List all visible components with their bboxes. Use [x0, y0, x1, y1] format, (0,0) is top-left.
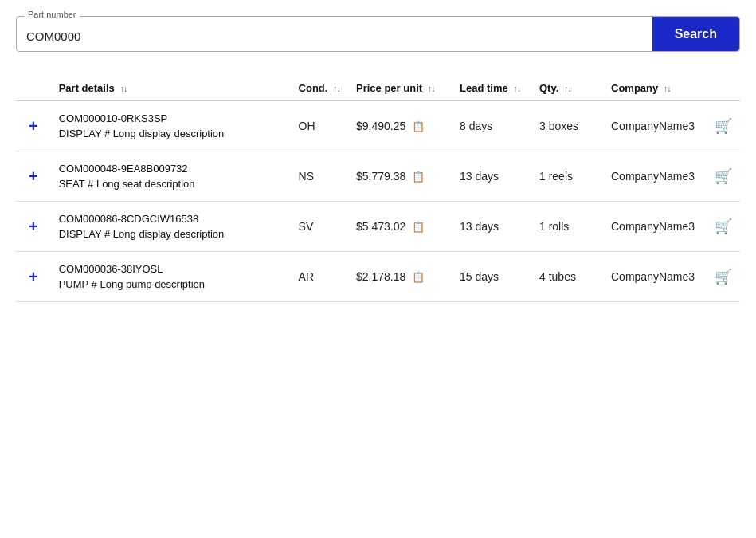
company-name: CompanyName3: [611, 270, 695, 283]
add-cell: +: [16, 101, 51, 151]
cart-button[interactable]: 🛒: [715, 268, 732, 285]
sort-icon-part-details: ↑↓: [119, 84, 127, 93]
sort-icon-price: ↑↓: [428, 84, 435, 93]
lead-time-cell: 13 days: [452, 202, 531, 252]
lead-time-cell: 13 days: [452, 151, 531, 202]
part-description: DISPLAY # Long display description: [59, 128, 283, 139]
condition-cell: SV: [291, 202, 348, 252]
price-value: $5,473.02: [356, 220, 405, 233]
lead-time-value: 8 days: [460, 120, 492, 132]
sort-icon-company: ↑↓: [664, 84, 671, 93]
clipboard-icon[interactable]: 📋: [412, 221, 425, 233]
table-row: + COM000086-8CDGCIW16538 DISPLAY # Long …: [16, 202, 740, 252]
add-button[interactable]: +: [24, 218, 43, 236]
condition-value: AR: [299, 270, 314, 283]
company-cell: CompanyName3: [603, 202, 707, 252]
condition-cell: OH: [291, 101, 348, 151]
col-header-add: [16, 76, 51, 101]
table-row: + COM000048-9EA8B009732 SEAT # Long seat…: [16, 151, 740, 202]
part-description: DISPLAY # Long display description: [59, 228, 283, 240]
part-number: COM000086-8CDGCIW16538: [59, 213, 283, 225]
part-description: SEAT # Long seat description: [59, 178, 283, 190]
sort-icon-condition: ↑↓: [333, 84, 340, 93]
price-cell: $9,490.25 📋: [348, 101, 452, 151]
price-value: $2,178.18: [356, 270, 405, 283]
part-description: PUMP # Long pump description: [59, 278, 283, 290]
part-number: COM000048-9EA8B009732: [59, 163, 283, 175]
condition-value: OH: [299, 120, 315, 132]
add-button[interactable]: +: [24, 167, 43, 186]
cart-cell: 🛒: [707, 101, 740, 151]
search-button[interactable]: Search: [652, 17, 739, 51]
condition-value: SV: [299, 220, 314, 233]
lead-time-value: 13 days: [460, 220, 499, 233]
part-details-cell: COM000036-38IYOSL PUMP # Long pump descr…: [51, 252, 291, 302]
table-row: + COM000010-0RKS3SP DISPLAY # Long displ…: [16, 101, 740, 151]
col-header-lead-time[interactable]: Lead time ↑↓: [452, 76, 531, 101]
table-header-row: Part details ↑↓ Cond. ↑↓ Price per unit …: [16, 76, 740, 101]
add-cell: +: [16, 151, 51, 202]
qty-value: 4 tubes: [539, 270, 576, 283]
qty-cell: 1 reels: [531, 151, 603, 202]
cart-cell: 🛒: [707, 151, 740, 202]
cart-button[interactable]: 🛒: [715, 218, 732, 235]
col-header-condition[interactable]: Cond. ↑↓: [291, 76, 348, 101]
search-input[interactable]: [17, 17, 652, 51]
part-details-cell: COM000010-0RKS3SP DISPLAY # Long display…: [51, 101, 291, 151]
condition-cell: AR: [291, 252, 348, 302]
results-table: Part details ↑↓ Cond. ↑↓ Price per unit …: [16, 76, 740, 302]
cart-cell: 🛒: [707, 252, 740, 302]
part-details-cell: COM000086-8CDGCIW16538 DISPLAY # Long di…: [51, 202, 291, 252]
add-cell: +: [16, 252, 51, 302]
add-cell: +: [16, 202, 51, 252]
company-cell: CompanyName3: [603, 252, 707, 302]
company-cell: CompanyName3: [603, 101, 707, 151]
part-number: COM000010-0RKS3SP: [59, 112, 283, 124]
col-header-price[interactable]: Price per unit ↑↓: [348, 76, 452, 101]
lead-time-value: 13 days: [460, 170, 499, 183]
sort-icon-qty: ↑↓: [564, 84, 571, 93]
cart-button[interactable]: 🛒: [715, 167, 732, 185]
col-header-part-details[interactable]: Part details ↑↓: [51, 76, 291, 101]
col-header-company[interactable]: Company ↑↓: [603, 76, 707, 101]
price-cell: $2,178.18 📋: [348, 252, 452, 302]
part-number: COM000036-38IYOSL: [59, 263, 283, 275]
price-value: $9,490.25: [356, 120, 405, 132]
qty-value: 1 rolls: [539, 220, 569, 233]
table-row: + COM000036-38IYOSL PUMP # Long pump des…: [16, 252, 740, 302]
price-value: $5,779.38: [356, 170, 405, 183]
price-cell: $5,473.02 📋: [348, 202, 452, 252]
cart-cell: 🛒: [707, 202, 740, 252]
lead-time-cell: 8 days: [452, 101, 531, 151]
clipboard-icon[interactable]: 📋: [412, 171, 425, 183]
company-cell: CompanyName3: [603, 151, 707, 202]
cart-button[interactable]: 🛒: [715, 117, 732, 135]
lead-time-value: 15 days: [460, 270, 499, 283]
clipboard-icon[interactable]: 📋: [412, 120, 425, 132]
condition-cell: NS: [291, 151, 348, 202]
sort-icon-lead-time: ↑↓: [513, 84, 520, 93]
qty-cell: 3 boxes: [531, 101, 603, 151]
add-button[interactable]: +: [24, 268, 43, 286]
company-name: CompanyName3: [611, 120, 695, 132]
clipboard-icon[interactable]: 📋: [412, 271, 425, 283]
price-cell: $5,779.38 📋: [348, 151, 452, 202]
part-details-cell: COM000048-9EA8B009732 SEAT # Long seat d…: [51, 151, 291, 202]
search-bar: Part number Search: [16, 16, 740, 52]
company-name: CompanyName3: [611, 220, 695, 233]
qty-cell: 4 tubes: [531, 252, 603, 302]
col-header-qty[interactable]: Qty. ↑↓: [531, 76, 603, 101]
company-name: CompanyName3: [611, 170, 695, 183]
col-header-cart: [707, 76, 740, 101]
qty-cell: 1 rolls: [531, 202, 603, 252]
condition-value: NS: [299, 170, 314, 183]
search-label: Part number: [25, 10, 80, 19]
qty-value: 3 boxes: [539, 120, 578, 132]
lead-time-cell: 15 days: [452, 252, 531, 302]
qty-value: 1 reels: [539, 170, 573, 183]
add-button[interactable]: +: [24, 117, 43, 135]
